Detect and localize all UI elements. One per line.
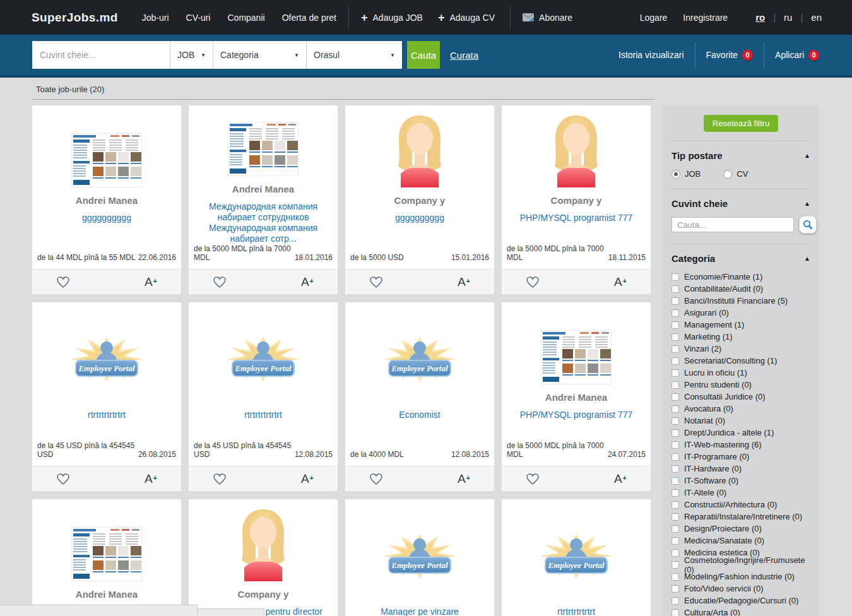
city-select[interactable]: Orasul ▼ bbox=[306, 41, 402, 69]
category-item-18[interactable]: IT-Software (0) bbox=[672, 475, 810, 487]
apply-a-plus-icon[interactable]: A+ bbox=[145, 472, 157, 486]
category-item-14[interactable]: Drept/Juridica - altele (1) bbox=[672, 427, 810, 439]
category-item-22[interactable]: Design/Proiectare (0) bbox=[672, 523, 810, 535]
card-image-website-screenshot[interactable] bbox=[32, 105, 181, 187]
checkbox-icon[interactable] bbox=[672, 273, 679, 281]
checkbox-icon[interactable] bbox=[672, 525, 679, 533]
checkbox-icon[interactable] bbox=[672, 357, 679, 365]
job-card-10[interactable]: Company ySecretara sexy pentru directorA… bbox=[189, 499, 338, 616]
job-title-link[interactable]: Международная компания набирает сотрудни… bbox=[189, 201, 338, 244]
language-ro[interactable]: ro bbox=[755, 12, 765, 23]
topbar-nav-item-1[interactable]: Job-uri bbox=[142, 13, 169, 23]
job-card-11[interactable]: Employee PortalManager pe vinzareA+ bbox=[345, 499, 494, 616]
job-title-link[interactable]: PHP/MYSQL programist 777 bbox=[502, 410, 651, 420]
checkbox-icon[interactable] bbox=[672, 561, 679, 569]
clear-link[interactable]: Curata bbox=[450, 50, 478, 61]
checkbox-icon[interactable] bbox=[672, 597, 679, 605]
favorites-link[interactable]: Favorite 0 bbox=[706, 50, 754, 61]
checkbox-icon[interactable] bbox=[672, 501, 679, 509]
card-image-female-avatar[interactable] bbox=[189, 499, 338, 581]
category-item-27[interactable]: Foto/Video servicii (0) bbox=[672, 583, 810, 595]
sidebar-keyword-input[interactable] bbox=[672, 217, 794, 232]
checkbox-icon[interactable] bbox=[672, 453, 679, 461]
category-item-25[interactable]: Cosmetologie/Ingrijire/Frumusete (0) bbox=[672, 559, 810, 571]
category-item-21[interactable]: Reparatii/Instalare/Intretinere (0) bbox=[672, 511, 810, 523]
category-item-11[interactable]: Consultatii Juridice (0) bbox=[672, 391, 810, 403]
checkbox-icon[interactable] bbox=[672, 585, 679, 593]
language-en[interactable]: en bbox=[811, 12, 822, 23]
checkbox-icon[interactable] bbox=[672, 417, 679, 425]
category-item-1[interactable]: Economie/Finante (1) bbox=[672, 271, 810, 283]
keyword-input[interactable] bbox=[32, 41, 170, 69]
checkbox-icon[interactable] bbox=[672, 477, 679, 485]
category-item-9[interactable]: Lucru in oficiu (1) bbox=[672, 367, 810, 379]
checkbox-icon[interactable] bbox=[672, 549, 679, 557]
topbar-action-1[interactable]: +Adauga JOB bbox=[361, 12, 423, 23]
category-select[interactable]: Categoria ▼ bbox=[213, 41, 306, 69]
checkbox-icon[interactable] bbox=[672, 393, 679, 401]
reset-filter-button[interactable]: Resetează filtru bbox=[704, 115, 778, 132]
topbar-nav-item-2[interactable]: CV-uri bbox=[186, 13, 211, 23]
search-button[interactable]: Cauta bbox=[407, 41, 440, 69]
apply-a-plus-icon[interactable]: A+ bbox=[458, 275, 470, 289]
checkbox-icon[interactable] bbox=[672, 405, 679, 413]
card-image-website-screenshot[interactable] bbox=[502, 302, 651, 384]
category-item-16[interactable]: IT-Programare (0) bbox=[672, 451, 810, 463]
favorite-heart-icon[interactable] bbox=[369, 276, 383, 288]
apply-a-plus-icon[interactable]: A+ bbox=[458, 472, 470, 486]
checkbox-icon[interactable] bbox=[672, 429, 679, 437]
category-item-5[interactable]: Management (1) bbox=[672, 319, 810, 331]
card-image-website-screenshot[interactable] bbox=[32, 499, 181, 581]
card-image-employee-portal-logo[interactable]: Employee Portal bbox=[32, 302, 181, 384]
category-item-28[interactable]: Educatie/Pedagogie/Cursuri (0) bbox=[672, 595, 810, 607]
checkbox-icon[interactable] bbox=[672, 573, 679, 581]
category-item-2[interactable]: Contabilitate/Audit (0) bbox=[672, 283, 810, 295]
subscribe-link[interactable]: Abonare bbox=[523, 13, 572, 23]
apply-a-plus-icon[interactable]: A+ bbox=[301, 472, 314, 486]
apply-a-plus-icon[interactable]: A+ bbox=[301, 275, 314, 289]
checkbox-icon[interactable] bbox=[672, 537, 679, 545]
job-card-12[interactable]: Employee PortalrtrtrtrtrtrtrtA+ bbox=[502, 499, 651, 616]
checkbox-icon[interactable] bbox=[672, 333, 679, 341]
job-card-4[interactable]: Company yPHP/MYSQL programist 777de la 5… bbox=[502, 105, 651, 294]
checkbox-icon[interactable] bbox=[672, 465, 679, 473]
checkbox-icon[interactable] bbox=[672, 297, 679, 305]
job-card-3[interactable]: Company yggggggggggde la 5000 USD15.01.2… bbox=[345, 105, 494, 294]
radio-option-cv[interactable]: CV bbox=[723, 169, 748, 179]
job-title-link[interactable]: PHP/MYSQL programist 777 bbox=[502, 213, 651, 223]
card-image-employee-portal-logo[interactable]: Employee Portal bbox=[502, 499, 651, 581]
category-item-17[interactable]: IT-Hardware (0) bbox=[672, 463, 810, 475]
checkbox-icon[interactable] bbox=[672, 381, 679, 389]
job-title-link[interactable]: rtrtrtrtrtrtrt bbox=[32, 410, 181, 420]
collapse-arrow-icon[interactable]: ▲ bbox=[804, 255, 810, 262]
history-link[interactable]: Istoria vizualizari bbox=[618, 50, 683, 60]
favorite-heart-icon[interactable] bbox=[56, 276, 70, 288]
category-item-12[interactable]: Avocatura (0) bbox=[672, 403, 810, 415]
card-image-employee-portal-logo[interactable]: Employee Portal bbox=[345, 499, 494, 581]
checkbox-icon[interactable] bbox=[672, 345, 679, 353]
job-title-link[interactable]: rtrtrtrtrtrtrt bbox=[189, 410, 338, 420]
job-card-2[interactable]: Andrei ManeaМеждународная компания набир… bbox=[189, 105, 338, 294]
applications-link[interactable]: Aplicari 0 bbox=[775, 50, 819, 61]
sidebar-search-button[interactable] bbox=[799, 216, 817, 234]
card-image-female-avatar[interactable] bbox=[345, 105, 494, 187]
topbar-nav-item-3[interactable]: Companii bbox=[227, 13, 264, 23]
checkbox-icon[interactable] bbox=[672, 489, 679, 497]
favorite-heart-icon[interactable] bbox=[369, 473, 383, 485]
checkbox-icon[interactable] bbox=[672, 321, 679, 329]
card-image-employee-portal-logo[interactable]: Employee Portal bbox=[345, 302, 494, 384]
category-item-19[interactable]: IT-Altele (0) bbox=[672, 487, 810, 499]
job-title-link[interactable]: gggggggggg bbox=[345, 213, 494, 223]
job-card-9[interactable]: Andrei ManeaPHP/MYSQL programist 777A+ bbox=[32, 499, 181, 616]
card-image-website-screenshot[interactable] bbox=[189, 105, 338, 176]
category-item-3[interactable]: Banci/Institutii Financiare (5) bbox=[672, 295, 810, 307]
apply-a-plus-icon[interactable]: A+ bbox=[145, 275, 157, 289]
auth-link-2[interactable]: Inregistrare bbox=[683, 13, 728, 23]
auth-link-1[interactable]: Logare bbox=[640, 13, 668, 23]
job-title-link[interactable]: rtrtrtrtrtrtrt bbox=[502, 607, 651, 616]
site-logo[interactable]: SuperJobs.md bbox=[32, 11, 118, 25]
language-ru[interactable]: ru bbox=[784, 12, 792, 23]
collapse-arrow-icon[interactable]: ▲ bbox=[804, 200, 810, 207]
job-card-6[interactable]: Employee Portalrtrtrtrtrtrtrtde la 45 US… bbox=[189, 302, 338, 491]
topbar-nav-item-4[interactable]: Oferta de pret bbox=[282, 13, 336, 23]
